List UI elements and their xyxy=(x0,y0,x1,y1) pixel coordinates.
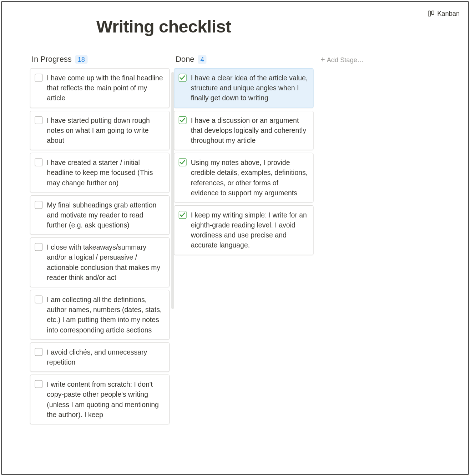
kanban-card[interactable]: My final subheadings grab attention and … xyxy=(30,195,170,235)
svg-rect-0 xyxy=(428,11,431,16)
checkbox-icon[interactable] xyxy=(35,380,42,388)
card-text: I write content from scratch: I don't co… xyxy=(47,379,164,420)
checkbox-icon[interactable] xyxy=(35,296,42,304)
checkbox-icon[interactable] xyxy=(35,348,42,356)
card-text: I avoid clichés, and unnecessary repetit… xyxy=(47,347,164,367)
kanban-card[interactable]: I have come up with the final headline t… xyxy=(30,68,170,108)
column-count-badge: 18 xyxy=(75,55,87,64)
checkbox-icon[interactable] xyxy=(179,116,187,124)
kanban-card[interactable]: I write content from scratch: I don't co… xyxy=(30,375,170,424)
card-text: I am collecting all the definitions, aut… xyxy=(47,295,164,335)
card-text: I have started putting down rough notes … xyxy=(47,115,164,146)
column-title: Done xyxy=(176,55,194,64)
plus-icon: + xyxy=(320,56,325,64)
card-text: I have come up with the final headline t… xyxy=(47,73,164,103)
kanban-card[interactable]: I keep my writing simple: I write for an… xyxy=(174,205,313,255)
column-header[interactable]: Done 4 xyxy=(174,55,313,68)
card-text: Using my notes above, I provide credible… xyxy=(191,157,308,198)
checkbox-icon[interactable] xyxy=(179,159,187,166)
column-header[interactable]: In Progress 18 xyxy=(30,55,170,68)
column-done: Done 4 I have a clear idea of the articl… xyxy=(174,55,313,255)
column-title: In Progress xyxy=(32,55,72,64)
checkbox-icon[interactable] xyxy=(179,74,187,82)
kanban-card[interactable]: I have started putting down rough notes … xyxy=(30,110,170,150)
kanban-board: In Progress 18 I have come up with the f… xyxy=(2,36,468,424)
kanban-card[interactable]: I close with takeaways/summary and/or a … xyxy=(30,237,170,287)
kanban-card[interactable]: Using my notes above, I provide credible… xyxy=(174,153,313,202)
card-text: I close with takeaways/summary and/or a … xyxy=(47,242,164,282)
card-text: My final subheadings grab attention and … xyxy=(47,200,164,230)
checkbox-icon[interactable] xyxy=(179,211,187,219)
kanban-icon xyxy=(428,10,434,16)
column-in-progress: In Progress 18 I have come up with the f… xyxy=(30,55,170,424)
kanban-card[interactable]: I avoid clichés, and unnecessary repetit… xyxy=(30,342,170,372)
add-stage-button[interactable]: + Add Stage… xyxy=(318,55,383,63)
checkbox-icon[interactable] xyxy=(35,116,42,124)
checkbox-icon[interactable] xyxy=(35,243,42,251)
card-text: I have a discussion or an argument that … xyxy=(191,115,308,146)
card-text: I keep my writing simple: I write for an… xyxy=(191,210,308,250)
view-switch-label: Kanban xyxy=(437,10,460,17)
checkbox-icon[interactable] xyxy=(35,74,42,82)
checkbox-icon[interactable] xyxy=(35,159,42,166)
kanban-card[interactable]: I have a discussion or an argument that … xyxy=(174,110,313,150)
kanban-card[interactable]: I am collecting all the definitions, aut… xyxy=(30,290,170,340)
bottom-fade xyxy=(2,472,468,475)
column-count-badge: 4 xyxy=(198,55,207,64)
scrollbar[interactable] xyxy=(171,72,174,309)
card-text: I have a clear idea of the article value… xyxy=(191,73,308,103)
column-cards: I have a clear idea of the article value… xyxy=(174,68,313,255)
checkbox-icon[interactable] xyxy=(35,201,42,209)
card-text: I have created a starter / initial headl… xyxy=(47,157,164,188)
kanban-card[interactable]: I have created a starter / initial headl… xyxy=(30,153,170,192)
add-stage-label: Add Stage… xyxy=(327,56,364,63)
kanban-card[interactable]: I have a clear idea of the article value… xyxy=(174,68,313,108)
column-cards: I have come up with the final headline t… xyxy=(30,68,170,424)
svg-rect-1 xyxy=(431,11,434,14)
view-switch-kanban[interactable]: Kanban xyxy=(428,10,460,17)
page-title[interactable]: Writing checklist xyxy=(2,2,468,36)
